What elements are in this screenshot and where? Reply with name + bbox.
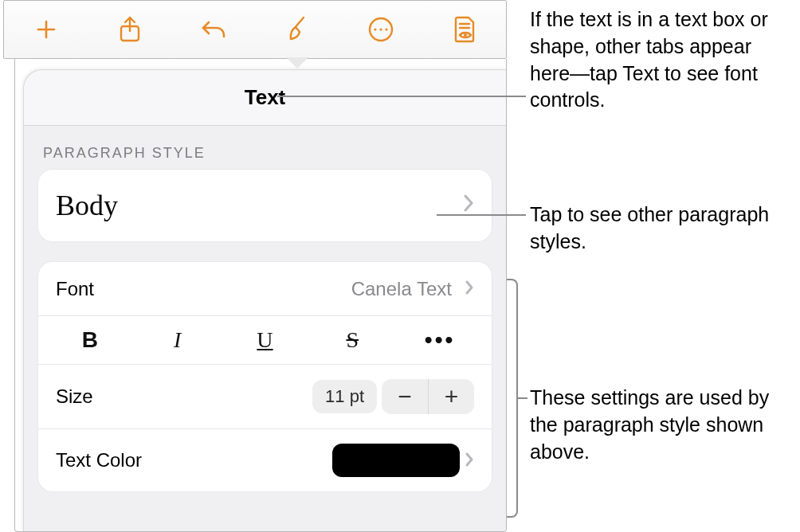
callout-bracket bbox=[507, 279, 518, 518]
size-value[interactable]: 11 pt bbox=[312, 380, 377, 413]
text-style-row: B I U S ••• bbox=[38, 316, 492, 365]
popover-title: Text bbox=[24, 70, 506, 126]
section-label: Paragraph Style bbox=[24, 126, 506, 170]
svg-point-5 bbox=[464, 33, 467, 37]
format-popover: Text Paragraph Style Body Font Canela Te… bbox=[14, 59, 507, 532]
share-button[interactable] bbox=[88, 1, 171, 58]
undo-icon bbox=[200, 18, 227, 41]
italic-button[interactable]: I bbox=[146, 327, 210, 353]
more-button[interactable] bbox=[339, 1, 422, 58]
svg-point-4 bbox=[385, 28, 387, 30]
font-value: Canela Text bbox=[351, 278, 452, 300]
svg-point-2 bbox=[374, 28, 376, 30]
more-styles-button[interactable]: ••• bbox=[408, 327, 472, 353]
size-stepper: − + bbox=[382, 379, 474, 414]
paragraph-style-row[interactable]: Body bbox=[38, 170, 492, 241]
size-row: Size 11 pt − + bbox=[38, 365, 492, 429]
callout-lead-3 bbox=[518, 397, 527, 399]
callout-paragraph-styles: Tap to see other paragraph styles. bbox=[530, 201, 793, 256]
plus-icon bbox=[34, 18, 58, 41]
document-view-button[interactable] bbox=[422, 1, 506, 58]
color-swatch[interactable] bbox=[332, 444, 460, 477]
document-eye-icon bbox=[451, 15, 478, 44]
share-icon bbox=[117, 15, 143, 44]
paragraph-style-card: Body bbox=[38, 170, 492, 241]
undo-button[interactable] bbox=[171, 1, 255, 58]
callout-text-tab: If the text is in a text box or shape, o… bbox=[530, 6, 793, 114]
size-minus-button[interactable]: − bbox=[382, 379, 428, 414]
strikethrough-button[interactable]: S bbox=[320, 327, 384, 353]
size-label: Size bbox=[56, 385, 93, 408]
svg-point-3 bbox=[379, 28, 382, 30]
toolbar bbox=[3, 0, 507, 59]
font-row[interactable]: Font Canela Text bbox=[38, 262, 492, 316]
format-brush-button[interactable] bbox=[255, 1, 339, 58]
size-plus-button[interactable]: + bbox=[428, 379, 474, 414]
text-color-label: Text Color bbox=[56, 449, 142, 471]
callout-lead-1 bbox=[277, 96, 526, 97]
paragraph-style-value: Body bbox=[56, 189, 118, 222]
ellipsis-circle-icon bbox=[367, 16, 394, 43]
callout-lead-2 bbox=[437, 214, 526, 216]
paintbrush-icon bbox=[284, 15, 310, 44]
text-color-row[interactable]: Text Color bbox=[38, 429, 492, 491]
underline-button[interactable]: U bbox=[233, 327, 296, 353]
chevron-right-icon bbox=[465, 448, 474, 473]
callout-settings: These settings are used by the paragraph… bbox=[530, 385, 793, 465]
font-settings-card: Font Canela Text B I U S ••• bbox=[38, 262, 492, 491]
bold-button[interactable]: B bbox=[58, 327, 122, 353]
font-label: Font bbox=[56, 278, 94, 300]
add-button[interactable] bbox=[4, 1, 88, 58]
chevron-right-icon bbox=[465, 276, 474, 301]
